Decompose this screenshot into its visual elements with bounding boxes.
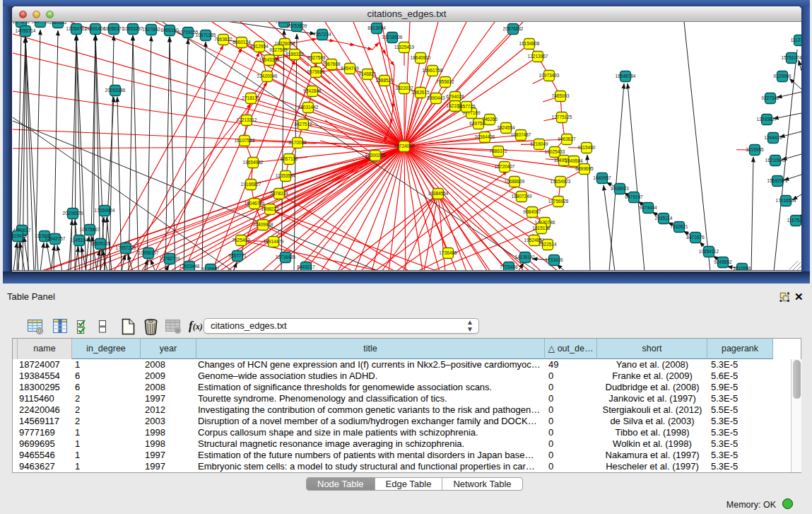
svg-text:7955812: 7955812 [436,79,454,84]
svg-text:16409948: 16409948 [253,222,273,227]
svg-text:6794028: 6794028 [446,94,464,99]
svg-text:6466160: 6466160 [160,28,179,33]
svg-text:10653287: 10653287 [123,26,143,31]
svg-text:6479197: 6479197 [625,194,643,199]
svg-text:9327508: 9327508 [307,55,326,60]
svg-text:8471676: 8471676 [686,235,705,240]
svg-text:8349217: 8349217 [297,264,315,269]
svg-text:20364436: 20364436 [475,134,495,139]
svg-text:18056371: 18056371 [104,26,124,31]
svg-text:1640957: 1640957 [593,175,611,180]
svg-text:10756928: 10756928 [548,199,569,204]
svg-text:18724007: 18724007 [394,144,415,148]
svg-text:12093827: 12093827 [757,117,777,122]
svg-text:2718176: 2718176 [242,95,260,100]
svg-text:1498222: 1498222 [261,206,279,211]
svg-text:20876682: 20876682 [503,26,524,31]
svg-text:9657771: 9657771 [228,253,247,258]
svg-text:9115460: 9115460 [578,145,596,150]
svg-text:1349584: 1349584 [565,158,583,163]
svg-text:10975867: 10975867 [80,227,100,232]
svg-text:18640910: 18640910 [411,55,431,60]
svg-text:9227342: 9227342 [761,95,779,100]
svg-text:9447718: 9447718 [31,22,49,24]
svg-text:14136141: 14136141 [515,255,536,259]
svg-text:7625402: 7625402 [232,238,250,243]
svg-text:7663822: 7663822 [214,37,233,42]
svg-text:7886372: 7886372 [489,148,507,153]
svg-text:8427512: 8427512 [294,122,312,127]
svg-text:11353594: 11353594 [276,173,296,178]
svg-text:12775125: 12775125 [552,115,572,119]
svg-text:20691406: 20691406 [86,26,106,31]
svg-text:12923448: 12923448 [180,264,200,269]
svg-text:9245652: 9245652 [714,259,732,264]
svg-text:12054761: 12054761 [66,26,87,31]
svg-text:22420046: 22420046 [257,74,278,78]
svg-text:9242848: 9242848 [303,88,322,93]
svg-text:12505135: 12505135 [90,241,111,246]
svg-text:10025433: 10025433 [545,149,565,154]
svg-text:1733426: 1733426 [545,257,563,262]
svg-text:6899695: 6899695 [575,166,594,171]
svg-text:1244415: 1244415 [764,135,782,140]
svg-text:14055714: 14055714 [16,28,36,33]
svg-text:16914479: 16914479 [264,239,284,244]
svg-text:15046786: 15046786 [245,201,265,206]
svg-text:10543362: 10543362 [259,57,280,62]
svg-text:1615132: 1615132 [532,226,551,230]
svg-text:8454749: 8454749 [341,66,359,71]
svg-text:12213312: 12213312 [237,117,257,122]
svg-text:20206576: 20206576 [63,211,83,216]
svg-text:3915413: 3915413 [12,233,27,238]
svg-text:10671385: 10671385 [196,33,216,37]
svg-text:9463627: 9463627 [558,136,576,141]
svg-text:8912954: 8912954 [250,44,269,49]
svg-text:2935114: 2935114 [655,216,673,221]
svg-text:17016504: 17016504 [776,198,796,203]
svg-text:20053386: 20053386 [105,88,126,93]
svg-text:12213967: 12213967 [528,54,548,59]
svg-text:3822037: 3822037 [395,86,413,90]
svg-text:15720407: 15720407 [495,164,515,169]
svg-text:1362615: 1362615 [411,90,430,95]
svg-text:18807249: 18807249 [512,194,532,199]
svg-text:10688609: 10688609 [505,179,525,184]
svg-text:19384554: 19384554 [428,191,449,196]
svg-text:9146821: 9146821 [358,71,377,76]
svg-text:11325419: 11325419 [394,45,415,49]
svg-text:19166827: 19166827 [241,182,261,187]
svg-text:8938923: 8938923 [611,186,629,191]
svg-text:19218506: 19218506 [382,35,403,40]
svg-text:1112794: 1112794 [791,37,801,42]
svg-text:7485003: 7485003 [551,93,570,98]
svg-text:16961758: 16961758 [423,68,443,73]
svg-text:3457725: 3457725 [457,104,476,109]
svg-text:9136881: 9136881 [201,267,220,271]
svg-text:18300295: 18300295 [365,153,386,158]
svg-text:10654112: 10654112 [699,249,719,254]
svg-text:11716485: 11716485 [276,255,296,259]
svg-text:17957225: 17957225 [116,245,136,250]
svg-text:5878334: 5878334 [270,191,288,196]
svg-text:13654923: 13654923 [551,179,571,184]
svg-text:6216049: 6216049 [530,141,548,146]
svg-text:8660124: 8660124 [233,40,251,45]
svg-text:7725466: 7725466 [500,264,518,269]
svg-text:15751074: 15751074 [782,55,801,60]
svg-text:8170062: 8170062 [288,140,307,145]
svg-text:9474444: 9474444 [639,205,657,210]
svg-text:1588520: 1588520 [375,78,394,83]
svg-text:16210643: 16210643 [765,158,786,163]
svg-text:2522514: 2522514 [539,242,557,247]
svg-text:746266: 746266 [482,117,498,122]
svg-text:1873211: 1873211 [13,22,30,24]
svg-text:10973493: 10973493 [539,73,560,78]
svg-text:16154808: 16154808 [519,41,540,46]
svg-text:18031442: 18031442 [298,105,319,110]
svg-text:16107553: 16107553 [235,138,255,143]
svg-text:1089342: 1089342 [49,22,67,25]
svg-text:7632621: 7632621 [670,224,688,229]
svg-text:1736465: 1736465 [439,250,457,255]
svg-text:12942757: 12942757 [45,236,66,241]
